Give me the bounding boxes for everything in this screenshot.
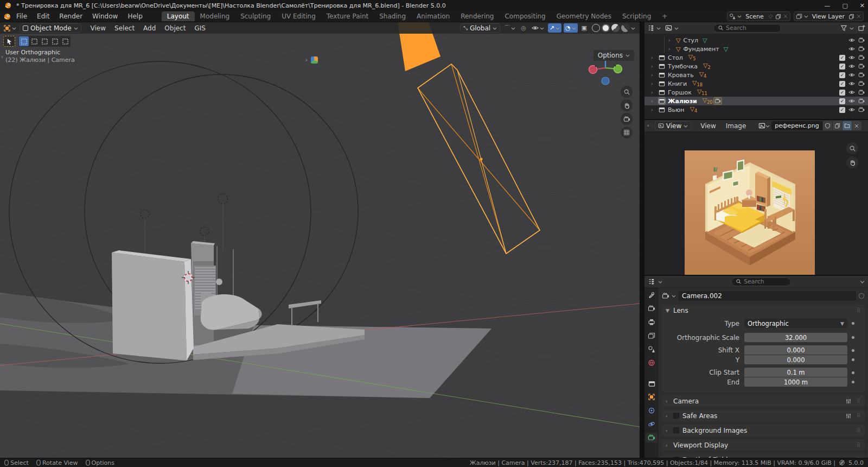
hide-eye-icon[interactable] <box>848 72 855 78</box>
shading-rendered-button[interactable] <box>621 24 629 32</box>
hide-eye-icon[interactable] <box>848 98 855 104</box>
workspace-tab-shading[interactable]: Shading <box>374 11 411 21</box>
viewport-menu-view[interactable]: View <box>87 24 110 33</box>
copy-view-layer-icon[interactable] <box>848 14 854 20</box>
outliner-row-collection[interactable]: › Вьюн ▽4 ✓ <box>644 105 868 114</box>
image-editor-icon[interactable] <box>647 122 649 129</box>
orthographic-scale-field[interactable]: 32.000 <box>744 333 847 342</box>
outliner-row-collection[interactable]: › Кровать ▽4 ✓ <box>644 71 868 79</box>
filter-icon[interactable] <box>840 24 847 31</box>
hide-eye-icon[interactable] <box>848 46 855 52</box>
clip-start-field[interactable]: 0.1 m <box>744 368 847 377</box>
workspace-tab-uv-editing[interactable]: UV Editing <box>276 11 321 21</box>
view-layer-selector[interactable]: View Layer <box>794 11 864 21</box>
safe-areas-panel-header[interactable]: › Safe Areas ⠿ <box>662 410 865 421</box>
expand-chevron[interactable]: › <box>668 37 676 43</box>
render-visibility-icon[interactable] <box>858 80 865 87</box>
camera-data-name-field[interactable]: Camera.002 <box>678 291 856 301</box>
tab-output[interactable] <box>646 317 658 327</box>
panel-grip[interactable]: ⠿ <box>857 442 861 448</box>
exclude-checkbox[interactable]: ✓ <box>839 55 845 61</box>
panel-grip[interactable]: ⠿ <box>857 307 861 313</box>
shift-y-field[interactable]: 0.000 <box>744 355 847 364</box>
outliner-row-collection-active[interactable]: › Жалюзи ▽20 ✓ <box>644 97 868 105</box>
animate-dot[interactable] <box>852 336 854 339</box>
expand-chevron[interactable]: › <box>651 64 659 69</box>
expand-chevron[interactable]: › <box>651 90 659 95</box>
workspace-tab-rendering[interactable]: Rendering <box>455 11 499 21</box>
image-datablock-icon[interactable] <box>758 122 765 129</box>
background-images-checkbox[interactable] <box>673 427 679 433</box>
active-tool-select-box[interactable] <box>3 36 15 47</box>
options-chevron-icon[interactable] <box>860 279 865 284</box>
workspace-tab-scripting[interactable]: Scripting <box>617 11 656 21</box>
camera-panel-header[interactable]: › Camera ⠿ <box>662 395 865 407</box>
pin-icon[interactable] <box>768 14 774 20</box>
exclude-checkbox[interactable]: ✓ <box>839 98 845 104</box>
fake-user-button[interactable] <box>822 121 832 130</box>
expand-chevron[interactable]: › <box>651 81 659 86</box>
pin-icon[interactable] <box>864 123 865 129</box>
unlink-scene-icon[interactable] <box>783 14 788 19</box>
outliner-search-input[interactable]: Search <box>713 24 781 33</box>
tab-object[interactable] <box>646 392 658 402</box>
view-object-types-dropdown[interactable] <box>530 23 546 33</box>
select-mode-intersect[interactable] <box>60 36 70 46</box>
tab-view-layer[interactable] <box>646 331 658 340</box>
tab-tool[interactable] <box>646 290 658 300</box>
menu-window[interactable]: Window <box>87 11 123 21</box>
snapping-dropdown[interactable]: ⌒ <box>502 23 517 33</box>
gizmos-toggle[interactable]: ↗ <box>548 23 561 33</box>
maximize-button[interactable]: ▢ <box>842 2 847 9</box>
viewport-menu-object[interactable]: Object <box>161 24 189 33</box>
select-mode-extend[interactable] <box>29 36 39 46</box>
zoom-button[interactable] <box>621 86 633 98</box>
viewport-options-button[interactable]: Options <box>593 50 634 61</box>
tool-settings-expander[interactable]: › <box>305 56 318 64</box>
animate-dot[interactable] <box>852 358 854 361</box>
image-mode-dropdown[interactable]: View <box>655 121 691 130</box>
exclude-checkbox[interactable]: ✓ <box>839 64 845 70</box>
overlays-toggle[interactable]: ◔ <box>564 23 578 33</box>
image-zoom-button[interactable] <box>846 142 858 154</box>
camera-view-button[interactable] <box>621 113 633 125</box>
close-button[interactable]: ✕ <box>860 2 865 9</box>
image-pan-button[interactable] <box>846 156 858 168</box>
new-collection-icon[interactable] <box>858 24 865 31</box>
outliner-row-collection[interactable]: › Книги ▽18 ✓ <box>644 79 868 88</box>
blender-menu-icon[interactable] <box>3 12 11 21</box>
presets-sliders-icon[interactable] <box>845 398 852 405</box>
workspace-tab-modeling[interactable]: Modeling <box>195 11 235 21</box>
select-mode-subtract[interactable] <box>40 36 49 46</box>
render-visibility-icon[interactable] <box>858 72 865 78</box>
display-mode-icon[interactable] <box>665 24 672 31</box>
pan-button[interactable] <box>621 99 633 111</box>
image-menu-image[interactable]: Image <box>722 122 750 130</box>
camera-breadcrumb-icon[interactable] <box>662 292 669 300</box>
workspace-tab-animation[interactable]: Animation <box>411 11 455 21</box>
render-visibility-icon[interactable] <box>858 54 865 61</box>
3d-viewport[interactable]: Object Mode View Select Add Object GIS ⤡… <box>0 22 640 458</box>
lens-panel-header[interactable]: ▼ Lens ⠿ <box>662 305 865 316</box>
panel-grip[interactable]: ⠿ <box>857 427 861 433</box>
render-visibility-icon[interactable] <box>858 98 865 104</box>
shading-wireframe-button[interactable] <box>592 24 600 32</box>
expand-chevron[interactable]: › <box>651 98 659 104</box>
remove-view-layer-icon[interactable] <box>856 14 861 19</box>
toggle-ortho-button[interactable] <box>621 127 633 138</box>
tab-object-data[interactable] <box>646 433 658 443</box>
editor-type-icon[interactable] <box>3 24 11 32</box>
image-name-field[interactable]: референс.png <box>771 121 822 130</box>
mode-dropdown[interactable]: Object Mode <box>20 23 81 33</box>
hide-eye-icon[interactable] <box>848 89 855 96</box>
render-visibility-icon[interactable] <box>858 106 865 113</box>
shift-x-field[interactable]: 0.000 <box>744 345 847 355</box>
exclude-checkbox[interactable]: ✓ <box>839 107 845 113</box>
tab-physics[interactable] <box>646 419 658 429</box>
presets-sliders-icon[interactable] <box>845 413 852 419</box>
gizmo-minus-z-axis[interactable] <box>602 77 609 85</box>
proportional-editing-button[interactable]: ◎ <box>519 23 528 33</box>
outliner-row-collection[interactable]: › Тумбочка ▽2 ✓ <box>644 62 868 71</box>
safe-areas-checkbox[interactable] <box>673 413 679 419</box>
animate-dot[interactable] <box>852 349 854 352</box>
